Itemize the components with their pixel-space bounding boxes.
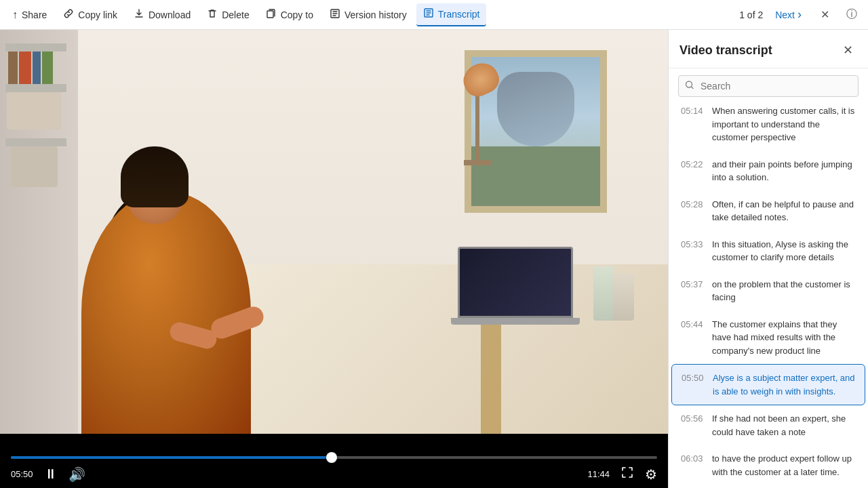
transcript-entry[interactable]: 05:33 In this situation, Alyse is asking… (671, 231, 865, 271)
desk-item-2 (593, 266, 614, 321)
svg-rect-0 (267, 11, 273, 18)
transcript-search-input[interactable] (678, 75, 859, 97)
lamp (456, 64, 498, 165)
transcript-title: Video transcript (679, 43, 772, 58)
settings-button[interactable]: ⚙ (645, 466, 657, 483)
transcript-header: Video transcript ✕ (669, 30, 868, 68)
transcript-list: 05:14 When answering customer calls, it … (669, 104, 868, 488)
fullscreen-button[interactable] (620, 466, 634, 483)
entry-text: In this situation, Alyse is asking the c… (712, 238, 856, 264)
entry-time: 06:03 (681, 452, 705, 479)
search-box (678, 75, 859, 97)
entry-text: Alyse is a subject matter expert, and is… (713, 371, 855, 398)
video-controls: 05:50 ⏸ 🔊 11:44 ⚙ (0, 434, 668, 488)
download-button[interactable]: Download (127, 4, 197, 26)
total-time: 11:44 (587, 469, 610, 479)
progress-bar[interactable] (11, 456, 657, 459)
entry-text: When answering customer calls, it is imp… (712, 104, 856, 144)
entry-text: If she had not been an expert, she could… (712, 412, 856, 439)
share-button[interactable]: ↑ Share (5, 5, 54, 25)
controls-row: 05:50 ⏸ 🔊 11:44 ⚙ (11, 466, 657, 483)
entry-time: 05:44 (681, 318, 705, 358)
version-history-button[interactable]: Version history (323, 4, 414, 26)
delete-icon (207, 8, 218, 22)
transcript-entry[interactable]: 05:56 If she had not been an expert, she… (671, 405, 865, 445)
laptop-screen (458, 247, 573, 318)
progress-thumb (326, 452, 337, 463)
close-window-button[interactable]: ✕ (814, 4, 835, 26)
copy-to-label: Copy to (281, 9, 313, 20)
copy-to-icon (266, 8, 277, 22)
pause-button[interactable]: ⏸ (44, 466, 58, 482)
current-time: 05:50 (11, 469, 33, 479)
copy-to-button[interactable]: Copy to (259, 4, 320, 26)
lamp-arm (475, 95, 479, 163)
close-window-icon: ✕ (821, 8, 829, 21)
pagination-text: 1 of 2 (739, 9, 763, 20)
book-2 (19, 52, 31, 84)
book-3 (33, 52, 41, 84)
main-content: 05:50 ⏸ 🔊 11:44 ⚙ Vid (0, 30, 868, 488)
decor-box (7, 92, 61, 129)
toolbar-right: 1 of 2 Next › ✕ ⓘ (739, 3, 863, 26)
transcript-label: Transcript (438, 9, 480, 20)
shelf-3 (5, 138, 66, 146)
laptop (458, 247, 580, 325)
close-transcript-button[interactable]: ✕ (838, 41, 857, 60)
entry-text: and their pain points before jumping int… (712, 158, 856, 184)
entry-text: The customer explains that they have had… (712, 318, 856, 358)
transcript-entry[interactable]: 05:44 The customer explains that they ha… (671, 311, 865, 365)
next-button[interactable]: Next › (768, 3, 808, 26)
entry-time: 05:37 (681, 278, 705, 304)
transcript-panel: Video transcript ✕ 05:14 When answering … (668, 30, 868, 488)
lamp-shade (458, 58, 504, 101)
toolbar-left: ↑ Share Copy link Download Delete Copy (5, 3, 739, 26)
transcript-icon (423, 7, 434, 21)
transcript-entry[interactable]: 06:03 to have the product expert follow … (671, 445, 865, 485)
copy-link-button[interactable]: Copy link (56, 4, 124, 26)
entry-time: 05:22 (681, 158, 705, 184)
delete-label: Delete (222, 9, 249, 20)
settings-icon: ⚙ (645, 466, 657, 483)
search-icon (685, 81, 694, 92)
pause-icon: ⏸ (44, 466, 58, 482)
transcript-entry[interactable]: 05:14 When answering customer calls, it … (671, 104, 865, 151)
entry-time: 05:50 (682, 371, 706, 398)
person-body (81, 191, 251, 434)
next-label: Next (775, 9, 795, 20)
entry-text: to have the product expert follow up wit… (712, 452, 856, 479)
laptop-base (451, 318, 580, 325)
decor-item (10, 146, 58, 187)
entry-time: 05:28 (681, 198, 705, 224)
toolbar: ↑ Share Copy link Download Delete Copy (0, 0, 868, 30)
entry-time: 05:33 (681, 238, 705, 264)
fullscreen-icon (620, 466, 634, 483)
delete-button[interactable]: Delete (200, 4, 256, 26)
share-label: Share (22, 9, 47, 20)
entry-time: 05:14 (681, 104, 705, 144)
version-history-icon (330, 8, 340, 22)
shelf-2 (5, 84, 66, 92)
copy-link-icon (63, 8, 74, 22)
copy-link-label: Copy link (78, 9, 117, 20)
transcript-entry[interactable]: 05:37 on the problem that the customer i… (671, 271, 865, 311)
volume-icon: 🔊 (68, 466, 85, 483)
video-area: 05:50 ⏸ 🔊 11:44 ⚙ (0, 30, 668, 488)
download-label: Download (149, 9, 191, 20)
room-scene (0, 30, 668, 434)
close-transcript-icon: ✕ (843, 43, 853, 58)
entry-time: 05:56 (681, 412, 705, 439)
entry-text: Often, if can be helpful to pause and ta… (712, 198, 856, 224)
transcript-entry[interactable]: 05:50 Alyse is a subject matter expert, … (671, 364, 865, 405)
version-history-label: Version history (344, 9, 407, 20)
download-icon (134, 8, 144, 22)
info-button[interactable]: ⓘ (841, 4, 863, 26)
info-icon: ⓘ (846, 7, 857, 22)
next-chevron-icon: › (797, 7, 802, 22)
transcript-entry[interactable]: 05:22 and their pain points before jumpi… (671, 151, 865, 191)
transcript-button[interactable]: Transcript (416, 3, 487, 26)
person-hair-top (121, 146, 189, 207)
volume-button[interactable]: 🔊 (68, 466, 85, 483)
book-1 (8, 52, 18, 84)
transcript-entry[interactable]: 05:28 Often, if can be helpful to pause … (671, 191, 865, 231)
